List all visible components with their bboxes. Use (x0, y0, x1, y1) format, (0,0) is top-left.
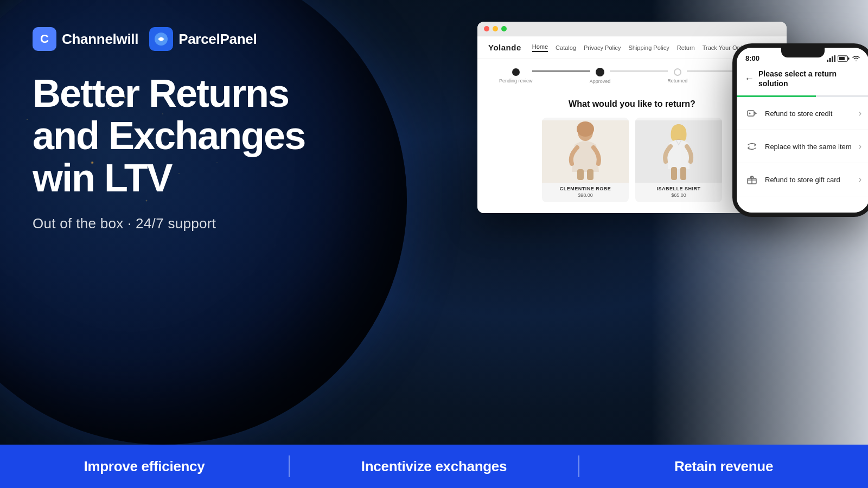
mobile-header-title: Please select a return solution (758, 69, 861, 88)
solution-left-2: Replace with the same item (744, 139, 852, 154)
svg-rect-18 (748, 111, 754, 116)
nav-links: Home Catalog Privacy Policy Shipping Pol… (532, 43, 748, 52)
parcelpanel-logo: ParcelPanel (149, 27, 257, 51)
bottom-item-1: Improve efficiency (0, 445, 289, 488)
browser-bar (477, 22, 787, 36)
channelwill-icon: C (33, 27, 56, 51)
mobile-time: 8:00 (745, 54, 760, 62)
svg-rect-6 (587, 169, 593, 180)
svg-rect-9 (671, 167, 677, 180)
replace-icon (744, 139, 760, 154)
svg-rect-11 (827, 60, 828, 62)
browser-dot-green (501, 26, 507, 31)
browser-dot-red (484, 26, 489, 31)
dot-approved (596, 68, 604, 76)
bottom-item-2: Incentivize exchanges (290, 445, 578, 488)
dot-pending (512, 68, 520, 76)
progress-bar: Pending review Approved Returned (499, 68, 765, 84)
dot-returned (674, 68, 681, 76)
product-name-2: ISABELLE SHIRT (635, 183, 722, 192)
step-approved: Approved (590, 68, 611, 84)
solution-left-3: Refund to store gift card (744, 172, 840, 187)
nav-catalog[interactable]: Catalog (556, 44, 576, 51)
browser-dot-yellow (493, 26, 498, 31)
brand-logos: C Channelwill ParcelPanel (33, 27, 374, 51)
nav-home[interactable]: Home (532, 43, 548, 52)
tag-icon (746, 108, 757, 119)
chevron-1: › (859, 108, 861, 118)
main-headline: Better Returns and Exchanges win LTV (33, 73, 374, 199)
back-button[interactable]: ← (744, 73, 754, 85)
bottom-item-3: Retain revenue (579, 445, 868, 488)
solution-text-3: Refund to store gift card (765, 176, 840, 184)
mobile-status-icons (827, 55, 860, 62)
parcelpanel-name: ParcelPanel (178, 31, 257, 48)
svg-rect-10 (680, 167, 686, 180)
solution-text-2: Replace with the same item (765, 143, 852, 151)
main-container: C Channelwill ParcelPanel Bett (0, 0, 868, 488)
mobile-notch (781, 48, 825, 57)
channelwill-logo: C Channelwill (33, 27, 138, 51)
svg-rect-17 (848, 57, 850, 60)
product-card-1[interactable]: CLEMENTINE ROBE $98.00 (542, 118, 629, 202)
solution-option-3[interactable]: Refund to store gift card › (737, 163, 868, 196)
right-content: Yolande Home Catalog Privacy Policy Ship… (407, 0, 868, 445)
product-img-2 (635, 118, 722, 183)
mobile-bottom-space (737, 196, 868, 213)
mobile-mockup: 8:00 (732, 43, 868, 217)
store-name: Yolande (488, 43, 521, 52)
headline-line3: win LTV (33, 157, 374, 200)
headline-line1: Better Returns (33, 73, 374, 115)
svg-point-19 (749, 113, 751, 114)
product-figure-1 (542, 120, 629, 183)
solution-left-1: Refund to store credit (744, 106, 832, 121)
svg-rect-12 (829, 58, 831, 62)
label-pending: Pending review (499, 78, 533, 84)
subtitle: Out of the box · 24/7 support (33, 215, 374, 232)
solution-option-1[interactable]: Refund to store credit › (737, 97, 868, 130)
svg-rect-5 (577, 169, 584, 180)
bottom-text-3: Retain revenue (674, 458, 773, 475)
bottom-text-2: Incentivize exchanges (361, 458, 507, 475)
svg-rect-13 (832, 56, 833, 62)
battery-icon (838, 55, 850, 62)
line-1 (532, 70, 590, 72)
line-2 (610, 70, 668, 72)
label-approved: Approved (590, 79, 611, 84)
svg-rect-14 (834, 55, 836, 62)
left-content: C Channelwill ParcelPanel Bett (0, 0, 407, 445)
arrows-icon (746, 141, 757, 152)
bottom-text-1: Improve efficiency (84, 458, 205, 475)
solution-text-1: Refund to store credit (765, 110, 832, 118)
nav-privacy[interactable]: Privacy Policy (584, 44, 621, 51)
signal-icon (827, 55, 835, 62)
svg-point-4 (577, 121, 594, 137)
product-img-1 (542, 118, 629, 183)
parcelpanel-icon (149, 27, 173, 51)
nav-return[interactable]: Return (677, 44, 695, 51)
step-pending: Pending review (499, 68, 533, 84)
product-name-1: CLEMENTINE ROBE (542, 183, 629, 192)
chevron-2: › (859, 142, 861, 151)
bottom-bar: Improve efficiency Incentivize exchanges… (0, 445, 868, 488)
label-returned: Returned (667, 78, 687, 84)
chevron-3: › (859, 175, 861, 184)
solution-option-2[interactable]: Replace with the same item › (737, 130, 868, 163)
headline-line2: and Exchanges (33, 115, 374, 157)
product-price-2: $65.00 (635, 192, 722, 202)
svg-point-1 (159, 37, 163, 41)
wifi-icon (852, 55, 860, 62)
product-figure-2 (635, 120, 722, 183)
product-card-2[interactable]: ISABELLE SHIRT $65.00 (635, 118, 722, 202)
channelwill-name: Channelwill (62, 31, 138, 48)
product-price-1: $98.00 (542, 192, 629, 202)
mobile-header: ← Please select a return solution (737, 65, 868, 95)
store-credit-icon (744, 106, 760, 121)
nav-shipping[interactable]: Shipping Policy (628, 44, 669, 51)
step-returned: Returned (667, 68, 687, 84)
top-section: C Channelwill ParcelPanel Bett (0, 0, 868, 445)
gift-icon (746, 174, 757, 185)
gift-card-icon (744, 172, 760, 187)
svg-rect-16 (839, 57, 845, 60)
